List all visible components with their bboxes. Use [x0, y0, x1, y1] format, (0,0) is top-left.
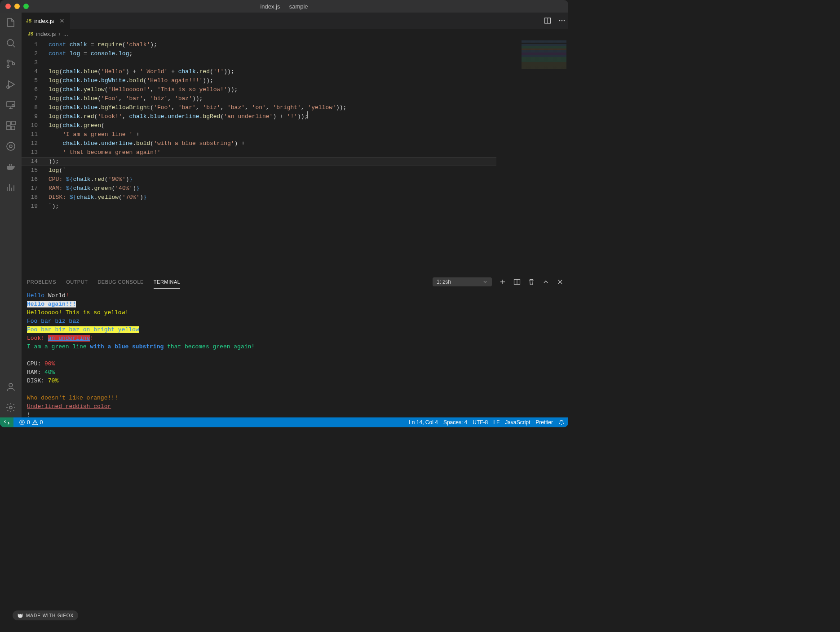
svg-rect-9 [11, 126, 15, 130]
terminal-selector[interactable]: 1: zsh [433, 277, 492, 286]
explorer-icon[interactable] [4, 16, 17, 29]
run-and-debug-icon[interactable] [4, 78, 17, 91]
svg-point-18 [564, 20, 565, 22]
breadcrumb-filename: index.js [36, 31, 56, 37]
split-terminal-icon[interactable] [513, 278, 521, 285]
notifications-icon[interactable] [558, 419, 565, 426]
svg-rect-8 [7, 126, 10, 130]
prettier-status[interactable]: Prettier [535, 419, 553, 426]
svg-rect-7 [7, 122, 10, 125]
js-file-icon: JS [26, 18, 31, 23]
extensions-icon[interactable] [4, 119, 17, 132]
svg-point-6 [12, 105, 14, 107]
svg-point-3 [13, 63, 15, 65]
indentation-status[interactable]: Spaces: 4 [443, 419, 467, 426]
panel-tab-problems[interactable]: PROBLEMS [27, 276, 56, 288]
tab-filename: index.js [34, 18, 54, 24]
panel-tab-terminal[interactable]: TERMINAL [154, 276, 181, 289]
maximize-window-button[interactable] [23, 4, 29, 9]
split-editor-icon[interactable] [544, 17, 551, 24]
activity-bar [0, 13, 22, 417]
minimap[interactable] [522, 40, 566, 76]
close-panel-icon[interactable] [557, 278, 564, 285]
window-title: index.js — sample [260, 3, 308, 10]
window-controls [5, 4, 29, 9]
panel-tab-output[interactable]: OUTPUT [66, 276, 88, 288]
breadcrumb[interactable]: JS index.js › ... [22, 29, 568, 39]
svg-point-1 [7, 60, 9, 62]
new-terminal-icon[interactable] [499, 278, 506, 285]
more-actions-icon[interactable] [558, 17, 566, 24]
breadcrumb-more: ... [63, 31, 68, 37]
language-mode[interactable]: JavaScript [505, 419, 530, 426]
svg-point-0 [7, 40, 13, 46]
gitlens-icon[interactable] [4, 140, 17, 153]
svg-rect-10 [12, 121, 15, 125]
source-control-icon[interactable] [4, 57, 17, 70]
svg-point-11 [7, 142, 15, 150]
panel-tabs: PROBLEMS OUTPUT DEBUG CONSOLE TERMINAL 1… [22, 274, 568, 290]
js-file-icon: JS [28, 31, 33, 36]
code-editor[interactable]: 12345678910111213141516171819 const chal… [22, 39, 568, 274]
line-number-gutter: 12345678910111213141516171819 [22, 39, 44, 211]
svg-point-12 [9, 145, 12, 148]
svg-point-13 [9, 383, 13, 387]
close-tab-icon[interactable] [58, 17, 66, 24]
status-bar: 0 0 Ln 14, Col 4 Spaces: 4 UTF-8 LF Java… [0, 417, 568, 427]
svg-point-17 [561, 20, 563, 22]
panel: PROBLEMS OUTPUT DEBUG CONSOLE TERMINAL 1… [22, 274, 568, 417]
panel-tab-debug-console[interactable]: DEBUG CONSOLE [97, 276, 143, 288]
editor-group: JS index.js JS index.js › ... 1234567891… [22, 13, 568, 417]
warning-count: 0 [40, 419, 43, 426]
kill-terminal-icon[interactable] [528, 278, 535, 285]
cursor-position[interactable]: Ln 14, Col 4 [409, 419, 438, 426]
svg-point-4 [7, 86, 9, 88]
search-icon[interactable] [4, 37, 17, 49]
code-content: const chalk = require('chalk');const log… [49, 40, 566, 211]
breadcrumb-separator: › [58, 31, 60, 37]
docker-icon[interactable] [4, 161, 17, 173]
svg-point-16 [559, 20, 561, 22]
maximize-panel-icon[interactable] [542, 278, 549, 285]
accounts-icon[interactable] [4, 381, 17, 393]
minimize-window-button[interactable] [14, 4, 20, 9]
graph-icon[interactable] [4, 181, 17, 194]
svg-point-14 [9, 406, 12, 409]
panel-actions: 1: zsh [433, 274, 564, 290]
editor-tab-indexjs[interactable]: JS index.js [22, 13, 71, 29]
editor-tabs: JS index.js [22, 13, 568, 29]
eol-status[interactable]: LF [493, 419, 500, 426]
error-count: 0 [27, 419, 30, 426]
manage-icon[interactable] [4, 401, 17, 414]
remote-indicator[interactable] [0, 417, 13, 427]
problems-status[interactable]: 0 0 [19, 419, 43, 426]
svg-point-2 [7, 66, 9, 68]
terminal-selector-label: 1: zsh [437, 279, 451, 285]
remote-explorer-icon[interactable] [4, 99, 17, 111]
editor-tab-actions [544, 13, 566, 29]
terminal-output[interactable]: Hello World!Hello again!!!Hellooooo! Thi… [22, 290, 568, 417]
text-cursor [307, 111, 308, 118]
encoding-status[interactable]: UTF-8 [473, 419, 488, 426]
close-window-button[interactable] [5, 4, 11, 9]
titlebar: index.js — sample [0, 0, 568, 13]
